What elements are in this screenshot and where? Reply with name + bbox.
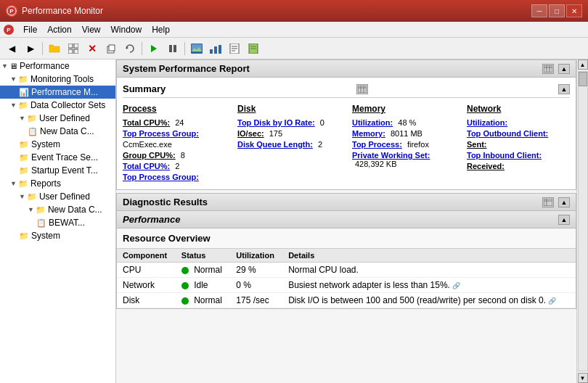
summary-collapse-icon[interactable]: ▲ — [558, 84, 570, 94]
top-process-group-label[interactable]: Top Process Group: — [123, 129, 199, 138]
tree-data-collector[interactable]: ▼ 📁 Data Collector Sets — [0, 99, 115, 112]
net-utilization-label[interactable]: Utilization: — [467, 118, 507, 127]
tree-perf-monitor[interactable]: 📊 Performance M... — [0, 86, 115, 99]
col-component: Component — [117, 249, 176, 263]
iosec-value: 175 — [269, 129, 282, 138]
menu-action[interactable]: Action — [43, 23, 75, 36]
minimize-button[interactable]: ─ — [531, 4, 547, 17]
toolbar-sep-2 — [142, 42, 142, 55]
table-row: Network Idle 0 % Busiest network adapter… — [117, 278, 576, 293]
disk-queue-label[interactable]: Disk Queue Length: — [237, 140, 313, 149]
content-wrapper: System Performance Report ▲ Summary ▲ — [116, 59, 588, 383]
tree-startup-event-label: Startup Event T... — [31, 165, 98, 176]
top-disk-label[interactable]: Top Disk by IO Rate: — [237, 118, 315, 127]
reports-user-defined-icon: 📁 — [27, 192, 37, 202]
disk-component: Disk — [117, 293, 176, 308]
tree-performance-label: Performance — [20, 61, 70, 71]
diagnostic-icons: ▲ — [542, 197, 570, 207]
refresh-button[interactable] — [121, 41, 139, 57]
tree-user-defined[interactable]: ▼ 📁 User Defined — [0, 112, 115, 125]
mem-utilization-row: Utilization: 48 % — [352, 118, 455, 127]
sent-row: Sent: — [467, 140, 570, 149]
menu-help[interactable]: Help — [147, 23, 174, 36]
diag-table-icon[interactable] — [542, 197, 554, 207]
svg-rect-7 — [74, 49, 78, 54]
svg-rect-31 — [358, 86, 367, 93]
tree-reports-new-data[interactable]: ▼ 📁 New Data C... — [0, 203, 115, 216]
perf-collapse-icon[interactable]: ▲ — [558, 215, 570, 225]
net-utilization-row: Utilization: — [467, 118, 570, 127]
scroll-down-button[interactable]: ▼ — [578, 373, 588, 383]
scroll-up-button[interactable]: ▲ — [578, 59, 588, 70]
diag-collapse-icon[interactable]: ▲ — [558, 197, 570, 207]
total-cpu-2-value: 2 — [175, 162, 179, 170]
image-button[interactable] — [188, 41, 205, 57]
network-column: Network Utilization: Top Outbound Client… — [467, 104, 570, 184]
back-button[interactable]: ◀ — [3, 41, 20, 57]
svg-rect-17 — [210, 49, 213, 54]
top-process-label[interactable]: Top Process: — [352, 140, 402, 149]
tree-system[interactable]: 📁 System — [0, 138, 115, 151]
private-ws-label[interactable]: Private Working Set: — [352, 151, 430, 160]
copy-button[interactable] — [102, 41, 120, 57]
grid-button[interactable] — [65, 41, 82, 57]
log-button[interactable] — [245, 41, 262, 57]
maximize-button[interactable]: □ — [549, 4, 565, 17]
col-details: Details — [282, 249, 576, 263]
svg-rect-35 — [544, 199, 552, 206]
scroll-track[interactable] — [578, 71, 588, 371]
disk-col-title: Disk — [237, 104, 340, 114]
menu-view[interactable]: View — [78, 23, 105, 36]
group-cpu-value: 8 — [181, 151, 185, 160]
menu-window[interactable]: Window — [107, 23, 147, 36]
private-working-set-row: Private Working Set: 428,392 KB — [352, 151, 455, 168]
cpu-status: Normal — [176, 263, 230, 278]
tree-reports[interactable]: ▼ 📁 Reports — [0, 177, 115, 190]
table-icon[interactable] — [542, 64, 554, 74]
svg-rect-12 — [169, 45, 172, 52]
tree-reports-ud-label: User Defined — [39, 192, 90, 202]
network-component: Network — [117, 278, 176, 293]
tree-reports-system[interactable]: 📁 System — [0, 229, 115, 242]
monitoring-tools-icon: 📁 — [18, 75, 28, 84]
total-cpu-2-label[interactable]: Total CPU%: — [123, 162, 170, 170]
collapse-icon[interactable]: ▲ — [558, 64, 570, 74]
tree-arrow-reports-nd: ▼ — [28, 206, 34, 213]
play-button[interactable] — [145, 41, 163, 57]
tree-performance[interactable]: ▼ 🖥 Performance — [0, 59, 115, 73]
tree-new-data[interactable]: 📋 New Data C... — [0, 125, 115, 138]
tree-monitoring-tools[interactable]: ▼ 📁 Monitoring Tools — [0, 73, 115, 86]
svg-text:P: P — [7, 27, 11, 33]
network-utilization: 0 % — [230, 278, 282, 293]
mem-utilization-label[interactable]: Utilization: — [352, 118, 393, 127]
top-inbound-label[interactable]: Top Inbound Client: — [467, 151, 542, 160]
tree-reports-user-defined[interactable]: ▼ 📁 User Defined — [0, 190, 115, 203]
network-details: Busiest network adapter is less than 15%… — [282, 278, 576, 293]
system-icon: 📁 — [19, 140, 29, 149]
svg-rect-9 — [109, 45, 115, 51]
menu-file[interactable]: File — [19, 23, 41, 36]
tree-bewat[interactable]: 📋 BEWAT... — [0, 216, 115, 229]
network-col-title: Network — [467, 104, 570, 114]
report-button[interactable] — [226, 41, 243, 57]
memory-label[interactable]: Memory: — [352, 129, 385, 138]
top-outbound-label[interactable]: Top Outbound Client: — [467, 129, 548, 138]
tree-event-trace[interactable]: 📁 Event Trace Se... — [0, 151, 115, 164]
svg-marker-11 — [151, 45, 157, 52]
svg-text:P: P — [9, 8, 14, 15]
pause-button[interactable] — [164, 41, 181, 57]
title-bar-left: P Performance Monitor — [6, 5, 103, 17]
delete-button[interactable]: ✕ — [83, 41, 101, 57]
top-process-group-2-label[interactable]: Top Process Group: — [123, 173, 199, 181]
new-data-icon: 📋 — [28, 127, 38, 136]
tree-startup-event[interactable]: 📁 Startup Event T... — [0, 164, 115, 177]
vertical-scrollbar: ▲ ▼ — [576, 59, 588, 383]
main-report-title: System Performance Report — [123, 63, 250, 74]
summary-table-icon[interactable] — [356, 84, 368, 94]
forward-button[interactable]: ▶ — [22, 41, 39, 57]
chart-button[interactable] — [207, 41, 224, 57]
folder-button[interactable] — [46, 41, 63, 57]
resource-overview: Resource Overview Component Status Utili… — [116, 228, 576, 309]
tree-monitoring-label: Monitoring Tools — [30, 74, 94, 84]
close-button[interactable]: ✕ — [566, 4, 582, 17]
